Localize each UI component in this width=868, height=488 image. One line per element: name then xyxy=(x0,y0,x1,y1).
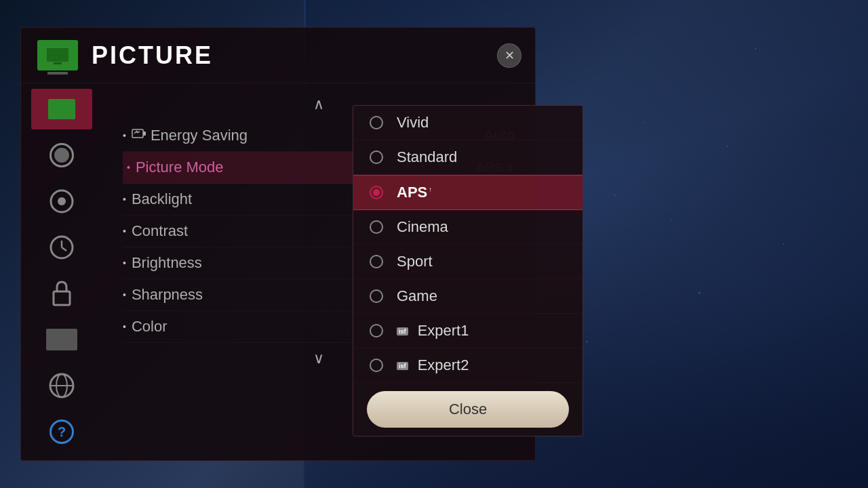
sidebar-item-network[interactable] xyxy=(31,365,92,406)
svg-rect-2 xyxy=(54,62,62,64)
radio-cinema xyxy=(370,220,383,234)
radio-standard xyxy=(370,150,383,164)
sidebar-item-picture[interactable] xyxy=(31,89,92,129)
dropdown-item-cinema[interactable]: Cinema xyxy=(353,210,583,245)
sidebar-item-time[interactable] xyxy=(31,227,92,268)
sidebar-item-lock[interactable] xyxy=(31,273,92,314)
support-icon: ? xyxy=(50,420,74,444)
radio-sport xyxy=(370,255,383,268)
dropdown-close-button[interactable]: Close xyxy=(367,391,569,428)
dropdown-label-expert2: isf Expert2 xyxy=(397,357,469,374)
radio-expert1 xyxy=(370,324,383,338)
panel-close-button[interactable]: ✕ xyxy=(497,43,521,68)
sidebar-item-support[interactable]: ? xyxy=(31,411,92,452)
option-icon xyxy=(46,329,77,350)
lock-icon xyxy=(52,281,71,306)
dropdown-label-vivid: Vivid xyxy=(397,114,429,131)
bullet: • xyxy=(123,194,126,205)
svg-line-7 xyxy=(62,247,66,251)
dropdown-label-aps: APS↑ xyxy=(397,184,432,201)
radio-aps xyxy=(370,186,383,199)
dropdown-item-aps[interactable]: APS↑ xyxy=(353,175,583,210)
dropdown-item-vivid[interactable]: Vivid xyxy=(353,106,583,140)
svg-rect-1 xyxy=(47,48,68,62)
dropdown-item-game[interactable]: Game xyxy=(353,279,583,314)
dropdown-label-expert1: isf Expert1 xyxy=(397,322,469,340)
svg-rect-12 xyxy=(132,129,143,138)
dropdown-label-cinema: Cinema xyxy=(397,218,448,236)
panel-header: PICTURE ✕ xyxy=(21,28,535,83)
dropdown-label-standard: Standard xyxy=(397,148,457,166)
sidebar: ? xyxy=(21,82,102,452)
radio-game xyxy=(370,289,383,303)
picture-icon xyxy=(48,99,75,119)
dropdown-item-sport[interactable]: Sport xyxy=(353,245,583,279)
panel-picture-icon xyxy=(37,40,78,70)
sidebar-item-audio[interactable] xyxy=(31,135,92,176)
channel-icon xyxy=(50,189,74,214)
radio-expert2 xyxy=(370,359,383,372)
isf-badge-expert1: isf xyxy=(397,327,408,336)
isf-badge-expert2: isf xyxy=(397,362,408,370)
bullet: • xyxy=(123,130,126,141)
svg-rect-8 xyxy=(54,291,70,305)
bullet: • xyxy=(123,258,126,268)
dropdown-item-expert2[interactable]: isf Expert2 xyxy=(353,348,583,383)
bullet: • xyxy=(123,226,126,237)
bullet: • xyxy=(123,289,126,300)
picture-mode-dropdown: Vivid Standard APS↑ Cinema Sport Game xyxy=(353,105,583,436)
dropdown-label-sport: Sport xyxy=(397,253,433,270)
dropdown-label-game: Game xyxy=(397,287,437,305)
dropdown-item-expert1[interactable]: isf Expert1 xyxy=(353,314,583,348)
dropdown-item-standard[interactable]: Standard xyxy=(353,140,583,175)
bullet: • xyxy=(123,321,126,332)
audio-icon xyxy=(50,143,74,167)
panel-title: PICTURE xyxy=(92,41,213,70)
dropdown-list: Vivid Standard APS↑ Cinema Sport Game xyxy=(353,106,583,383)
svg-point-4 xyxy=(58,197,66,205)
sidebar-item-channel[interactable] xyxy=(31,181,92,222)
svg-rect-13 xyxy=(143,131,146,136)
radio-vivid xyxy=(370,116,383,129)
time-icon xyxy=(50,235,74,260)
sidebar-item-option[interactable] xyxy=(31,319,92,360)
bullet: • xyxy=(127,162,130,173)
network-icon xyxy=(49,373,75,399)
energy-saving-icon xyxy=(132,129,146,142)
